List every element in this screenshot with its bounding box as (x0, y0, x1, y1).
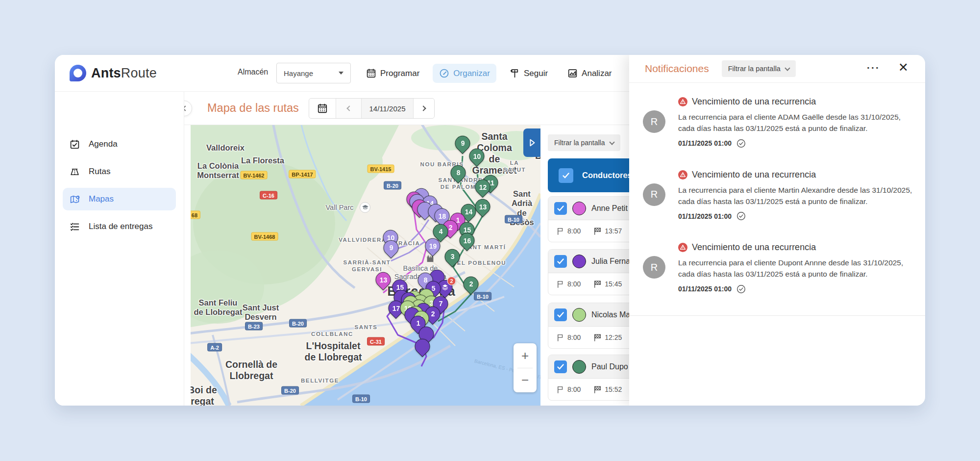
driver-end-time: 13:57 (605, 227, 622, 235)
map-filter-label: Filtrar la pantalla (554, 139, 605, 147)
sidebar-item-rutas[interactable]: Rutas (63, 160, 176, 183)
notifications-list: RVencimiento de una recurrenciaLa recurr… (629, 83, 925, 316)
map-pin-green-16[interactable]: 16 (460, 233, 475, 248)
check-circle-icon[interactable] (736, 284, 746, 294)
map-pin-green-10[interactable]: 10 (469, 149, 485, 164)
nav-item-label: Analizar (582, 69, 612, 78)
close-icon[interactable]: ✕ (898, 60, 908, 75)
nav-item-analizar[interactable]: Analizar (561, 64, 618, 83)
warning-icon (678, 243, 687, 252)
check-circle-icon[interactable] (736, 211, 746, 221)
avatar: R (643, 183, 665, 206)
nav-item-label: Programar (380, 69, 419, 78)
notification-item[interactable]: RVencimiento de una recurrenciaLa recurr… (629, 170, 925, 221)
signpost-icon (510, 68, 520, 78)
divider (629, 315, 925, 316)
map-pin-magenta-13[interactable]: 13 (376, 272, 391, 287)
zoom-in-button[interactable]: + (514, 343, 537, 368)
driver-end-time: 12:25 (605, 333, 622, 341)
driver-color-dot (572, 360, 586, 374)
notification-timestamp: 01/11/2025 01:00 (678, 285, 732, 293)
map-filter-dropdown[interactable]: Filtrar la pantalla (548, 134, 620, 151)
app-window: AntsRoute Almacén Hayange ProgramarOrgan… (55, 55, 925, 406)
finish-flag-icon (593, 333, 602, 342)
map-zoom-control: + − (514, 343, 537, 392)
nav-item-seguir[interactable]: Seguir (503, 64, 554, 83)
notifications-filter-label: Filtrar la pantalla (728, 65, 781, 73)
map-pin-green-4[interactable]: 4 (433, 224, 448, 239)
map-pin-lavender-19[interactable]: 19 (425, 238, 441, 254)
map-canvas[interactable]: + − ValldoreixLa Colònia MontserratLa Fl… (191, 125, 540, 406)
sidebar-item-label: Lista de entregas (89, 222, 152, 231)
check-circle-icon[interactable] (736, 139, 746, 148)
avatar: R (643, 110, 665, 133)
finish-flag-icon (593, 280, 602, 288)
map-pin-purple[interactable] (415, 339, 430, 354)
notification-body: La recurrencia para el cliente Dupont An… (678, 257, 914, 280)
map-pin-green-3[interactable]: 3 (445, 249, 460, 264)
map-pin-green-13[interactable]: 13 (475, 199, 490, 214)
pin-number: 2 (469, 280, 473, 288)
notification-body: La recurrencia para el cliente ADAM Gaël… (678, 111, 914, 134)
pin-number: 2 (448, 224, 452, 231)
notifications-panel: Notificaciones Filtrar la pantalla ··· ✕… (629, 55, 925, 406)
pin-number: 2 (431, 310, 435, 318)
expand-panel-button[interactable] (523, 128, 540, 157)
nav-item-programar[interactable]: Programar (360, 64, 426, 83)
driver-checkbox[interactable] (554, 360, 567, 373)
driver-name: Nicolas Ma (591, 310, 630, 319)
map-pin-lavender-9[interactable]: 9 (384, 240, 399, 256)
date-value[interactable]: 14/11/2025 (362, 99, 414, 118)
driver-checkbox[interactable] (554, 308, 567, 321)
start-flag-icon (556, 227, 564, 235)
previous-day-button[interactable] (336, 99, 362, 118)
next-day-button[interactable] (414, 99, 434, 118)
chart-icon (567, 68, 578, 78)
sidebar-item-mapas[interactable]: Mapas (63, 188, 176, 210)
gauge-icon (439, 68, 449, 78)
sidebar: AgendaRutasMapasLista de entregas (55, 92, 184, 406)
driver-start-time: 8:00 (567, 385, 581, 393)
warehouse-label: Almacén (238, 68, 268, 77)
notification-title: Vencimiento de una recurrencia (692, 170, 816, 180)
map-pin-green-9[interactable]: 9 (455, 136, 470, 151)
map-pin-green-2[interactable]: 2 (464, 277, 479, 292)
sidebar-item-lista-de-entregas[interactable]: Lista de entregas (63, 215, 176, 238)
delivery-list-icon (70, 222, 80, 232)
sidebar-item-label: Mapas (89, 194, 114, 204)
driver-name: Julia Ferna (591, 257, 630, 266)
notification-item[interactable]: RVencimiento de una recurrenciaLa recurr… (629, 242, 925, 294)
nav-item-label: Seguir (524, 69, 548, 78)
driver-color-dot (572, 308, 586, 322)
map-pin-green-8[interactable]: 8 (451, 165, 466, 180)
warehouse-select[interactable]: Hayange (276, 63, 351, 83)
sidebar-item-agenda[interactable]: Agenda (63, 133, 176, 155)
drivers-group-checkbox[interactable] (559, 168, 573, 183)
calendar-icon (366, 68, 376, 78)
brand-name: AntsRoute (91, 66, 157, 81)
chevron-left-icon (346, 105, 352, 111)
avatar: R (643, 256, 665, 279)
zoom-out-button[interactable]: − (514, 368, 537, 393)
antsroute-logo-icon (70, 65, 86, 81)
notification-item[interactable]: RVencimiento de una recurrenciaLa recurr… (629, 97, 925, 148)
maps-icon (70, 194, 80, 205)
nav-item-organizar[interactable]: Organizar (433, 64, 496, 83)
map-pin-green-12[interactable]: 12 (475, 179, 490, 195)
arrow-right-icon (528, 137, 537, 148)
driver-name: Anne Petit (591, 204, 628, 213)
start-flag-icon (556, 385, 564, 394)
pin-number: 3 (450, 253, 454, 260)
calendar-icon (317, 103, 328, 114)
driver-start-time: 8:00 (567, 227, 581, 235)
notification-content: Vencimiento de una recurrenciaLa recurre… (678, 242, 914, 294)
pin-number: 9 (389, 244, 393, 252)
driver-checkbox[interactable] (554, 255, 567, 268)
more-options-button[interactable]: ··· (867, 62, 880, 74)
pin-number: 13 (379, 276, 387, 283)
calendar-button[interactable] (309, 99, 336, 118)
notifications-filter-dropdown[interactable]: Filtrar la pantalla (722, 60, 796, 77)
pin-number: 13 (479, 203, 487, 210)
driver-checkbox[interactable] (554, 202, 567, 215)
sidebar-item-label: Agenda (89, 139, 118, 149)
